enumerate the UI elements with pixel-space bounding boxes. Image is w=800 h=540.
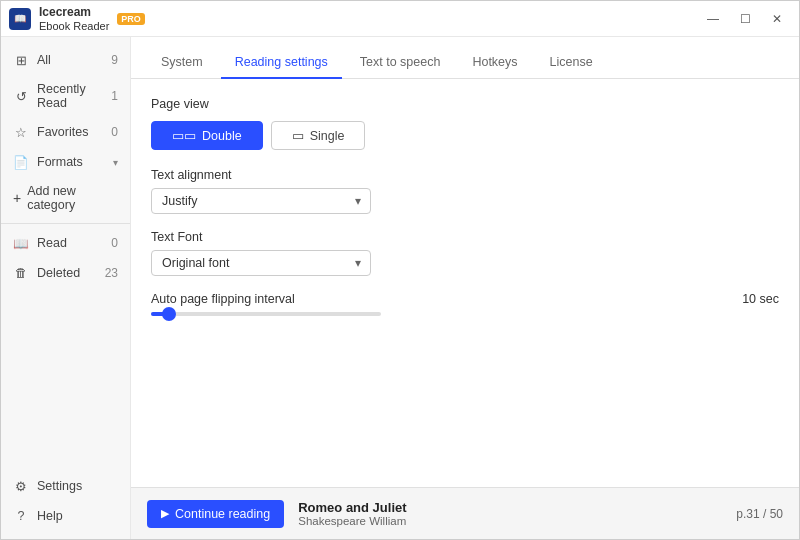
sidebar-item-recently-read[interactable]: ↺ Recently Read 1 [1, 75, 130, 117]
sidebar-bottom: ⚙ Settings ? Help [1, 471, 130, 531]
book-page: p.31 / 50 [736, 507, 783, 521]
page-view-row: ▭▭ Double ▭ Single [151, 121, 779, 150]
book-info: Romeo and Juliet Shakespeare William [298, 500, 722, 527]
slider-thumb[interactable] [162, 307, 176, 321]
double-page-icon: ▭▭ [172, 128, 196, 143]
sidebar-item-deleted-count: 23 [105, 266, 118, 280]
text-font-section: Text Font Original font Arial Times New … [151, 230, 779, 276]
app-subtitle: Ebook Reader [39, 20, 109, 32]
help-icon: ? [13, 508, 29, 524]
text-alignment-select-wrapper: Justify Left Center Right [151, 188, 371, 214]
app-window: 📖 Icecream Ebook Reader PRO — ☐ ✕ ⊞ All … [0, 0, 800, 540]
sidebar-item-deleted-label: Deleted [37, 266, 97, 280]
double-page-button[interactable]: ▭▭ Double [151, 121, 263, 150]
add-category-label: Add new category [27, 184, 118, 212]
sidebar-item-all-label: All [37, 53, 103, 67]
settings-content: Page view ▭▭ Double ▭ Single Tex [131, 79, 799, 487]
minimize-button[interactable]: — [699, 8, 727, 30]
page-view-label: Page view [151, 97, 779, 111]
footer-bar: ▶ Continue reading Romeo and Juliet Shak… [131, 487, 799, 539]
app-icon: 📖 [9, 8, 31, 30]
formats-icon: 📄 [13, 154, 29, 170]
sidebar: ⊞ All 9 ↺ Recently Read 1 ☆ Favorites 0 … [1, 37, 131, 539]
sidebar-help-label: Help [37, 509, 118, 523]
sidebar-item-favorites[interactable]: ☆ Favorites 0 [1, 117, 130, 147]
all-icon: ⊞ [13, 52, 29, 68]
sidebar-item-formats-label: Formats [37, 155, 105, 169]
auto-flip-value: 10 sec [742, 292, 779, 306]
titlebar-left: 📖 Icecream Ebook Reader PRO [9, 5, 145, 33]
read-icon: 📖 [13, 235, 29, 251]
sidebar-item-formats[interactable]: 📄 Formats ▾ [1, 147, 130, 177]
window-controls: — ☐ ✕ [699, 8, 791, 30]
sidebar-settings-label: Settings [37, 479, 118, 493]
sidebar-item-read-label: Read [37, 236, 103, 250]
close-button[interactable]: ✕ [763, 8, 791, 30]
deleted-icon: 🗑 [13, 265, 29, 281]
single-page-button[interactable]: ▭ Single [271, 121, 366, 150]
page-view-section: Page view ▭▭ Double ▭ Single [151, 97, 779, 150]
recently-read-icon: ↺ [13, 88, 29, 104]
double-page-label: Double [202, 129, 242, 143]
text-alignment-select[interactable]: Justify Left Center Right [151, 188, 371, 214]
text-font-select-wrapper: Original font Arial Times New Roman Geor… [151, 250, 371, 276]
play-icon: ▶ [161, 507, 169, 520]
add-icon: + [13, 190, 21, 206]
settings-icon: ⚙ [13, 478, 29, 494]
sidebar-item-deleted[interactable]: 🗑 Deleted 23 [1, 258, 130, 288]
auto-flip-label: Auto page flipping interval [151, 292, 295, 306]
app-title: Icecream Ebook Reader [39, 5, 109, 33]
single-page-label: Single [310, 129, 345, 143]
text-alignment-label: Text alignment [151, 168, 779, 182]
sidebar-item-all[interactable]: ⊞ All 9 [1, 45, 130, 75]
auto-flip-slider-track[interactable] [151, 312, 381, 316]
continue-reading-button[interactable]: ▶ Continue reading [147, 500, 284, 528]
slider-header: Auto page flipping interval 10 sec [151, 292, 779, 306]
book-author: Shakespeare William [298, 515, 722, 527]
tab-text-to-speech[interactable]: Text to speech [346, 47, 455, 79]
auto-flip-section: Auto page flipping interval 10 sec [151, 292, 779, 316]
tab-license[interactable]: License [536, 47, 607, 79]
tab-hotkeys[interactable]: Hotkeys [458, 47, 531, 79]
sidebar-item-recently-read-label: Recently Read [37, 82, 103, 110]
continue-btn-label: Continue reading [175, 507, 270, 521]
formats-chevron-icon: ▾ [113, 157, 118, 168]
sidebar-item-read-count: 0 [111, 236, 118, 250]
text-font-label: Text Font [151, 230, 779, 244]
sidebar-item-settings[interactable]: ⚙ Settings [1, 471, 130, 501]
tab-system[interactable]: System [147, 47, 217, 79]
content-area: System Reading settings Text to speech H… [131, 37, 799, 539]
main-layout: ⊞ All 9 ↺ Recently Read 1 ☆ Favorites 0 … [1, 37, 799, 539]
sidebar-item-favorites-label: Favorites [37, 125, 103, 139]
favorites-icon: ☆ [13, 124, 29, 140]
pro-badge: PRO [117, 13, 145, 25]
text-alignment-section: Text alignment Justify Left Center Right [151, 168, 779, 214]
titlebar: 📖 Icecream Ebook Reader PRO — ☐ ✕ [1, 1, 799, 37]
sidebar-item-all-count: 9 [111, 53, 118, 67]
book-title: Romeo and Juliet [298, 500, 722, 515]
tabbar: System Reading settings Text to speech H… [131, 37, 799, 79]
add-category-button[interactable]: + Add new category [1, 177, 130, 219]
text-font-select[interactable]: Original font Arial Times New Roman Geor… [151, 250, 371, 276]
sidebar-item-read[interactable]: 📖 Read 0 [1, 228, 130, 258]
maximize-button[interactable]: ☐ [731, 8, 759, 30]
app-name: Icecream [39, 5, 91, 19]
sidebar-item-recently-read-count: 1 [111, 89, 118, 103]
sidebar-item-help[interactable]: ? Help [1, 501, 130, 531]
sidebar-divider [1, 223, 130, 224]
tab-reading-settings[interactable]: Reading settings [221, 47, 342, 79]
sidebar-item-favorites-count: 0 [111, 125, 118, 139]
single-page-icon: ▭ [292, 128, 304, 143]
